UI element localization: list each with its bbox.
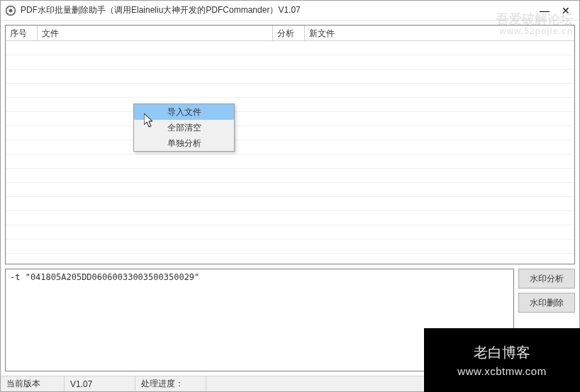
table-row [6, 112, 574, 126]
table-row [6, 169, 574, 183]
table-row [6, 98, 574, 112]
context-menu: 导入文件 全部清空 单独分析 [133, 103, 235, 152]
col-header-sno[interactable]: 序号 [6, 26, 38, 40]
col-header-file[interactable]: 文件 [38, 26, 273, 40]
titlebar: PDF水印批量删除助手（调用Elaineliu大神开发的PDFCommander… [1, 1, 579, 21]
table-row [6, 240, 574, 254]
minimize-button[interactable]: — [534, 3, 555, 18]
command-text[interactable]: -t "041805A205DD06060033003500350029" [5, 269, 514, 371]
status-version: V1.07 [65, 376, 135, 391]
table-row [6, 211, 574, 225]
context-item-import[interactable]: 导入文件 [134, 104, 234, 120]
statusbar: 当前版本 V1.07 处理进度： [1, 376, 579, 391]
close-button[interactable]: ✕ [555, 3, 576, 18]
app-icon [5, 5, 16, 16]
analyze-watermark-button[interactable]: 水印分析 [518, 269, 575, 289]
table-row [6, 140, 574, 155]
window-title: PDF水印批量删除助手（调用Elaineliu大神开发的PDFCommander… [21, 4, 534, 16]
context-item-analyze-single[interactable]: 单独分析 [134, 135, 234, 151]
col-header-analysis[interactable]: 分析 [273, 26, 305, 40]
table-row [6, 155, 574, 169]
status-progress [206, 376, 579, 391]
grid-body[interactable] [6, 41, 574, 264]
svg-point-1 [9, 9, 13, 12]
status-progress-label: 处理进度： [135, 376, 206, 391]
delete-watermark-button[interactable]: 水印删除 [518, 293, 575, 313]
table-row [6, 69, 574, 84]
table-row [6, 183, 574, 197]
col-header-newfile[interactable]: 新文件 [305, 26, 574, 40]
table-row [6, 197, 574, 211]
table-row [6, 55, 574, 69]
table-row [6, 126, 574, 140]
file-grid[interactable]: 序号 文件 分析 新文件 [5, 25, 575, 264]
context-item-clear-all[interactable]: 全部清空 [134, 120, 234, 135]
table-row [6, 84, 574, 98]
table-row [6, 41, 574, 55]
grid-header: 序号 文件 分析 新文件 [6, 26, 574, 41]
table-row [6, 225, 574, 240]
status-version-label: 当前版本 [1, 376, 65, 391]
